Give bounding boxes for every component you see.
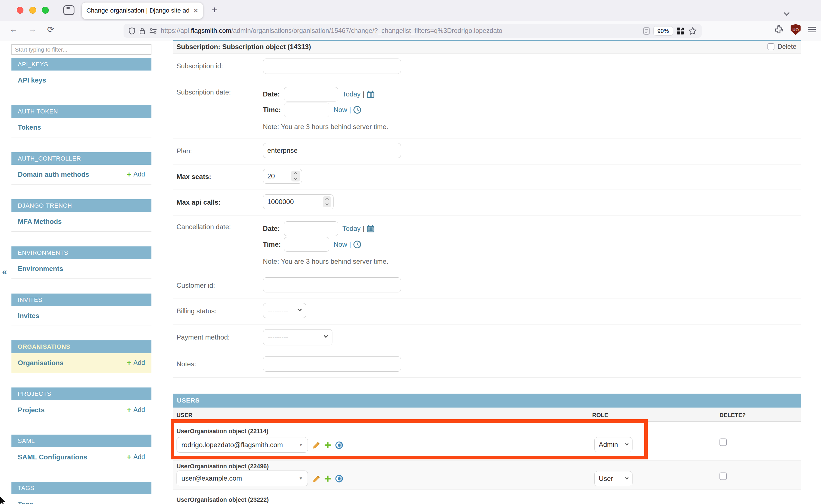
selected-value: ---------: [268, 333, 288, 341]
add-link[interactable]: +Add: [127, 359, 145, 367]
form-row-customer-id: Customer id:: [173, 273, 801, 299]
firefox-view-icon[interactable]: [63, 5, 74, 15]
clock-icon[interactable]: [353, 240, 361, 249]
subscription-time-input[interactable]: [284, 103, 329, 117]
section-header: INVITES: [11, 294, 151, 306]
screenshot-extension-icon[interactable]: [677, 27, 684, 35]
sidebar-item-mfa-methods[interactable]: MFA Methods: [11, 212, 151, 232]
view-eye-icon[interactable]: [335, 475, 343, 483]
customer-id-input[interactable]: [263, 277, 401, 292]
sidebar-item-label[interactable]: Projects: [18, 406, 45, 414]
url-bar[interactable]: https://api.flagsmith.com/admin/organisa…: [123, 24, 702, 38]
add-link[interactable]: +Add: [127, 171, 145, 178]
sidebar-item-label[interactable]: Organisations: [18, 359, 64, 367]
new-tab-button[interactable]: +: [212, 4, 217, 16]
sidebar-item-domain-auth-methods[interactable]: Domain auth methods +Add: [11, 165, 151, 185]
user-select[interactable]: user@example.com ▼: [176, 471, 308, 486]
delete-row-checkbox[interactable]: [720, 473, 727, 480]
active-tab[interactable]: Change organisation | Django site ad ✕: [82, 3, 203, 19]
form-row-billing-status: Billing status: ---------: [173, 299, 801, 324]
sidebar-item-projects[interactable]: Projects +Add: [11, 400, 151, 420]
cancellation-date-input[interactable]: [284, 221, 338, 236]
back-button[interactable]: ←: [9, 25, 18, 34]
add-link[interactable]: +Add: [127, 406, 145, 414]
timezone-note: Note: You are 3 hours behind server time…: [263, 123, 801, 131]
subscription-id-input[interactable]: [263, 59, 401, 74]
sidebar-item-organisations[interactable]: Organisations +Add: [11, 353, 151, 373]
bookmark-star-icon[interactable]: [689, 27, 697, 35]
field-label: Max seats:: [176, 164, 263, 190]
edit-pencil-icon[interactable]: [312, 441, 320, 449]
sidebar-item-tokens[interactable]: Tokens: [11, 118, 151, 137]
role-select[interactable]: User: [594, 471, 633, 486]
sidebar-item-label[interactable]: Invites: [18, 312, 39, 320]
delete-row-checkbox[interactable]: [720, 438, 727, 446]
sidebar-item-api-keys[interactable]: API keys: [11, 71, 151, 90]
view-eye-icon[interactable]: [335, 441, 343, 449]
sidebar-item-label[interactable]: Tokens: [18, 123, 41, 131]
tracking-shield-icon[interactable]: [128, 27, 135, 35]
calendar-icon[interactable]: [366, 90, 375, 98]
sidebar-item-label[interactable]: API keys: [18, 76, 46, 84]
delete-checkbox[interactable]: [767, 43, 774, 50]
add-label[interactable]: Add: [133, 406, 145, 414]
add-label[interactable]: Add: [133, 171, 145, 178]
plan-input[interactable]: [263, 143, 401, 158]
minimize-window-button[interactable]: [29, 7, 36, 13]
reader-view-icon[interactable]: [643, 27, 650, 35]
clock-icon[interactable]: [353, 106, 361, 114]
notes-input[interactable]: [263, 356, 401, 371]
selected-user: rodrigo.lopezdato@flagsmith.com: [181, 441, 283, 449]
forward-button[interactable]: →: [28, 25, 37, 34]
sidebar-item-label[interactable]: SAML Configurations: [18, 453, 87, 461]
close-window-button[interactable]: [17, 7, 23, 13]
calendar-icon[interactable]: [366, 224, 375, 233]
sidebar-filter-input[interactable]: [11, 44, 151, 55]
role-select[interactable]: Admin: [594, 437, 633, 452]
sidebar-item-label[interactable]: Domain auth methods: [18, 171, 89, 178]
sidebar-item-invites[interactable]: Invites: [11, 306, 151, 326]
today-link[interactable]: Today: [342, 225, 360, 232]
now-link[interactable]: Now: [333, 241, 347, 248]
add-plus-icon[interactable]: [324, 475, 331, 482]
tab-close-icon[interactable]: ✕: [193, 7, 198, 14]
sidebar-item-tags[interactable]: Tags: [11, 494, 151, 504]
sidebar-module-environments: ENVIRONMENTS Environments: [11, 246, 151, 279]
payment-method-select[interactable]: ---------: [263, 329, 333, 345]
sidebar-item-environments[interactable]: Environments: [11, 259, 151, 279]
add-plus-icon[interactable]: [324, 442, 331, 449]
user-select[interactable]: rodrigo.lopezdato@flagsmith.com ▼: [176, 437, 308, 453]
ublock-origin-icon[interactable]: UO: [791, 24, 801, 35]
number-stepper[interactable]: [323, 196, 331, 207]
sidebar-collapse-icon[interactable]: «: [2, 266, 7, 277]
menu-hamburger-icon[interactable]: [808, 27, 816, 33]
edit-pencil-icon[interactable]: [312, 475, 320, 483]
delete-subscription-control: Delete: [767, 43, 796, 50]
zoom-window-button[interactable]: [42, 7, 49, 13]
zoom-level-button[interactable]: 90%: [653, 26, 673, 36]
url-domain: flagsmith.com: [191, 27, 231, 34]
sidebar-item-saml-configurations[interactable]: SAML Configurations +Add: [11, 447, 151, 467]
sidebar-module-api-keys: API_KEYS API keys: [11, 58, 151, 90]
add-label[interactable]: Add: [133, 453, 145, 461]
number-stepper[interactable]: [291, 171, 300, 181]
lock-icon[interactable]: [139, 27, 146, 35]
reload-button[interactable]: ⟳: [47, 25, 54, 34]
today-link[interactable]: Today: [342, 90, 360, 98]
extensions-puzzle-icon[interactable]: [774, 25, 783, 34]
cancellation-time-input[interactable]: [284, 237, 329, 252]
add-label[interactable]: Add: [133, 359, 145, 367]
add-link[interactable]: +Add: [127, 453, 145, 461]
billing-status-select[interactable]: ---------: [263, 303, 306, 318]
sidebar-item-label[interactable]: Environments: [18, 265, 63, 273]
url-text[interactable]: https://api.flagsmith.com/admin/organisa…: [161, 27, 643, 35]
permissions-icon[interactable]: [149, 27, 157, 35]
table-row-userorganisation-22496: UserOrganisation object (22496) user@exa…: [173, 461, 801, 490]
subscription-date-input[interactable]: [284, 87, 338, 102]
sidebar-module-django-trench: DJANGO-TRENCH MFA Methods: [11, 199, 151, 232]
list-all-tabs-icon[interactable]: [784, 7, 790, 13]
sidebar-item-label[interactable]: MFA Methods: [18, 218, 62, 226]
object-label: UserOrganisation object (22114): [176, 428, 268, 435]
now-link[interactable]: Now: [333, 106, 347, 114]
sidebar-item-label[interactable]: Tags: [18, 500, 33, 504]
